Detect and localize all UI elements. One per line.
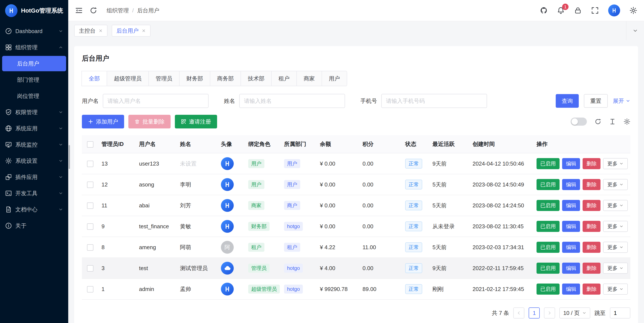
filter-tab-all[interactable]: 全部: [82, 71, 107, 86]
reload-table-icon[interactable]: [594, 118, 601, 125]
more-button[interactable]: 更多: [603, 242, 628, 253]
edit-button[interactable]: 编辑: [562, 179, 580, 190]
tabs-dropdown-button[interactable]: [626, 21, 644, 40]
next-page-button[interactable]: [544, 307, 555, 318]
row-checkbox[interactable]: [87, 202, 94, 209]
more-button[interactable]: 更多: [603, 283, 628, 295]
sidebar-item-system-monitor[interactable]: 系统监控: [0, 137, 68, 153]
more-button[interactable]: 更多: [603, 263, 628, 274]
scrollbar-thumb[interactable]: [69, 145, 70, 169]
sidebar-item-about[interactable]: 关于: [0, 218, 68, 234]
row-checkbox[interactable]: [87, 182, 94, 188]
sidebar-item-dev-tools[interactable]: 开发工具: [0, 185, 68, 201]
edit-button[interactable]: 编辑: [562, 221, 580, 232]
column-header[interactable]: 所属部门: [281, 135, 316, 153]
filter-tab-admin[interactable]: 管理员: [148, 71, 180, 86]
reset-button[interactable]: 重置: [584, 94, 608, 108]
enabled-button[interactable]: 已启用: [536, 283, 560, 295]
filter-tab-tech[interactable]: 技术部: [240, 71, 272, 86]
delete-button[interactable]: 删除: [582, 158, 600, 169]
more-button[interactable]: 更多: [603, 221, 628, 232]
prev-page-button[interactable]: [513, 307, 524, 318]
delete-button[interactable]: 删除: [582, 263, 600, 274]
filter-tab-tenant[interactable]: 租户: [271, 71, 297, 86]
column-header[interactable]: 操作: [533, 135, 630, 153]
page-number-button[interactable]: 1: [529, 307, 540, 318]
phone-input[interactable]: [381, 94, 487, 108]
add-user-button[interactable]: 添加用户: [82, 115, 124, 128]
sidebar-item-system-apps[interactable]: 系统应用: [0, 120, 68, 137]
column-header[interactable]: 积分: [359, 135, 402, 153]
column-header[interactable]: 用户名: [136, 135, 176, 153]
enabled-button[interactable]: 已启用: [536, 179, 560, 190]
filter-tab-business[interactable]: 商务部: [210, 71, 241, 86]
column-header[interactable]: 余额: [316, 135, 359, 153]
row-checkbox[interactable]: [87, 244, 94, 251]
more-button[interactable]: 更多: [603, 179, 628, 190]
menu-fold-icon[interactable]: [75, 7, 83, 14]
filter-tab-user[interactable]: 用户: [322, 71, 347, 86]
row-checkbox[interactable]: [87, 286, 94, 292]
column-header[interactable]: 状态: [402, 135, 429, 153]
lock-screen-icon[interactable]: [574, 7, 582, 14]
batch-delete-button[interactable]: 批量删除: [128, 115, 170, 128]
sidebar-item-org-management[interactable]: 组织管理: [0, 39, 68, 56]
column-settings-icon[interactable]: [624, 118, 630, 125]
table-setting-toggle[interactable]: [571, 118, 587, 126]
name-input[interactable]: [239, 94, 345, 108]
filter-tab-super-admin[interactable]: 超级管理员: [106, 71, 149, 86]
sidebar-item-dashboard[interactable]: Dashboard: [0, 23, 68, 39]
invite-register-button[interactable]: 邀请注册: [175, 115, 217, 128]
close-icon[interactable]: [142, 29, 146, 33]
delete-button[interactable]: 删除: [582, 242, 600, 253]
delete-button[interactable]: 删除: [582, 283, 600, 295]
sidebar-item-system-settings[interactable]: 系统设置: [0, 153, 68, 169]
goto-page-input[interactable]: [610, 307, 630, 318]
enabled-button[interactable]: 已启用: [536, 200, 560, 211]
column-header[interactable]: 绑定角色: [245, 135, 281, 153]
sidebar-item-plugins[interactable]: 插件应用: [0, 169, 68, 185]
sidebar-item-docs[interactable]: 文档中心: [0, 201, 68, 218]
expand-filters-button[interactable]: 展开: [613, 97, 630, 105]
column-header[interactable]: 创建时间: [469, 135, 533, 153]
enabled-button[interactable]: 已启用: [536, 221, 560, 232]
row-checkbox[interactable]: [87, 223, 94, 230]
refresh-icon[interactable]: [90, 7, 97, 14]
enabled-button[interactable]: 已启用: [536, 158, 560, 169]
delete-button[interactable]: 删除: [582, 221, 600, 232]
tab-dashboard-console[interactable]: 主控台: [74, 25, 108, 37]
github-icon[interactable]: [540, 7, 548, 14]
sidebar-item-departments[interactable]: 部门管理: [0, 72, 68, 88]
edit-button[interactable]: 编辑: [562, 242, 580, 253]
select-all-checkbox[interactable]: [87, 141, 94, 148]
edit-button[interactable]: 编辑: [562, 158, 580, 169]
sidebar-item-positions[interactable]: 岗位管理: [0, 88, 68, 104]
filter-tab-finance[interactable]: 财务部: [179, 71, 210, 86]
column-header[interactable]: 最近活跃: [429, 135, 469, 153]
sidebar-item-permissions[interactable]: 权限管理: [0, 104, 68, 120]
delete-button[interactable]: 删除: [582, 179, 600, 190]
enabled-button[interactable]: 已启用: [536, 242, 560, 253]
column-header[interactable]: 姓名: [176, 135, 218, 153]
settings-gear-icon[interactable]: [630, 7, 637, 14]
sidebar-item-admin-users[interactable]: 后台用户: [2, 56, 66, 71]
user-avatar[interactable]: [608, 5, 620, 17]
close-icon[interactable]: [98, 29, 103, 33]
enabled-button[interactable]: 已启用: [536, 263, 560, 274]
row-checkbox[interactable]: [87, 161, 94, 167]
app-logo[interactable]: HotGo管理系统: [0, 0, 68, 21]
tab-admin-users[interactable]: 后台用户: [112, 25, 150, 37]
more-button[interactable]: 更多: [603, 200, 628, 211]
row-height-icon[interactable]: [609, 118, 616, 125]
fullscreen-icon[interactable]: [591, 7, 599, 14]
column-header[interactable]: 头像: [218, 135, 245, 153]
delete-button[interactable]: 删除: [582, 200, 600, 211]
page-size-select[interactable]: 10 / 页: [559, 307, 590, 318]
edit-button[interactable]: 编辑: [562, 283, 580, 295]
column-header[interactable]: 管理员ID: [98, 135, 136, 153]
filter-tab-merchant[interactable]: 商家: [296, 71, 322, 86]
username-input[interactable]: [103, 94, 208, 108]
edit-button[interactable]: 编辑: [562, 263, 580, 274]
breadcrumb-item[interactable]: 组织管理: [106, 7, 129, 14]
edit-button[interactable]: 编辑: [562, 200, 580, 211]
